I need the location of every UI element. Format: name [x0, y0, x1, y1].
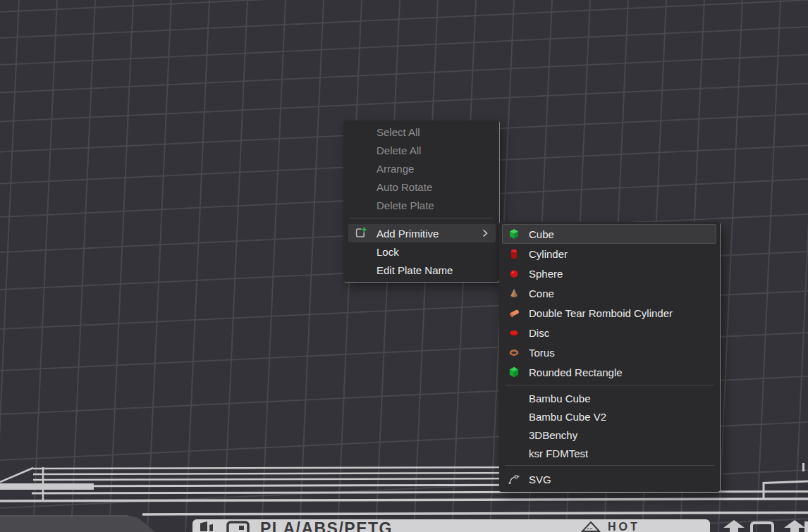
add-primitive-icon [353, 226, 367, 240]
submenu-item-torus[interactable]: Torus [502, 342, 716, 362]
menu-item-label: Delete All [348, 144, 421, 156]
plate-material-label: PLA/ABS/PETG [260, 519, 393, 532]
disc-icon [508, 326, 520, 339]
menu-item-label: Select All [348, 126, 420, 138]
submenu-item-cylinder[interactable]: Cylinder [502, 244, 716, 264]
plate-square-mark-icon [749, 520, 776, 532]
plate-edge-sliver [804, 520, 808, 532]
submenu-item-bambu-cube-v2[interactable]: Bambu Cube V2 [502, 407, 716, 426]
submenu-item-3dbenchy[interactable]: 3DBenchy [502, 426, 716, 444]
menu-separator [350, 218, 494, 218]
double-tear-romboid-cylinder-icon [508, 307, 520, 319]
submenu-item-double-tear-romboid-cylinder[interactable]: Double Tear Romboid Cylinder [502, 303, 716, 323]
add-primitive-submenu: Cube Cylinder Sphere Cone Double Tear Ro… [499, 222, 720, 492]
menu-item-edit-plate-name[interactable]: Edit Plate Name [348, 261, 496, 279]
cube-icon [508, 228, 520, 240]
submenu-item-rounded-rectangle[interactable]: Rounded Rectangle [502, 362, 716, 382]
submenu-item-cone[interactable]: Cone [502, 283, 716, 303]
bezier-curve-icon [508, 474, 520, 485]
plate-edge-band [0, 483, 94, 490]
bambu-logo-icon [200, 521, 214, 531]
sphere-icon [508, 267, 520, 280]
submenu-item-label: Bambu Cube [502, 392, 591, 404]
menu-item-auto-rotate: Auto Rotate [348, 178, 496, 196]
submenu-item-ksr-fdmtest[interactable]: ksr FDMTest [502, 444, 716, 462]
plate-badge-icon [226, 521, 250, 532]
slicer-3d-viewport: { "menu": { "items": [ {"label": "Select… [0, 0, 808, 532]
menu-item-add-primitive[interactable]: Add Primitive [348, 224, 496, 242]
plate-context-menu: Select All Delete All Arrange Auto Rotat… [343, 120, 499, 282]
menu-item-select-all: Select All [348, 123, 496, 141]
menu-item-label: Delete Plate [348, 199, 434, 211]
menu-item-label: Arrange [348, 163, 414, 175]
hot-warning-triangle-icon [581, 521, 602, 532]
plate-name-tab[interactable] [0, 514, 169, 532]
hot-warning-label: HOT [608, 521, 640, 532]
submenu-item-cube[interactable]: Cube [502, 224, 716, 244]
cylinder-icon [508, 247, 520, 260]
menu-item-lock[interactable]: Lock [348, 242, 496, 261]
menu-item-label: Lock [348, 246, 399, 258]
menu-item-arrange: Arrange [348, 159, 496, 178]
torus-icon [508, 346, 520, 359]
submenu-item-disc[interactable]: Disc [502, 323, 716, 342]
submenu-item-label: Double Tear Romboid Cylinder [502, 307, 673, 319]
plate-front-strip: PLA/ABS/PETG HOT [192, 519, 710, 532]
menu-item-delete-all: Delete All [348, 141, 496, 159]
rounded-rectangle-icon [508, 366, 520, 378]
submenu-item-label: ksr FDMTest [502, 447, 588, 459]
cone-icon [508, 287, 520, 299]
submenu-item-label: 3DBenchy [502, 429, 577, 441]
submenu-item-label: Bambu Cube V2 [502, 411, 606, 423]
submenu-separator [505, 465, 714, 466]
submenu-item-bambu-cube[interactable]: Bambu Cube [502, 389, 716, 407]
menu-item-label: Edit Plate Name [348, 264, 453, 276]
menu-item-delete-plate: Delete Plate [348, 196, 496, 214]
submenu-chevron-icon [482, 229, 488, 237]
submenu-item-sphere[interactable]: Sphere [502, 264, 716, 283]
menu-item-label: Auto Rotate [348, 181, 432, 193]
plate-arrow-up-icon [721, 520, 747, 532]
submenu-item-svg[interactable]: SVG [502, 469, 716, 489]
submenu-separator [505, 385, 714, 385]
